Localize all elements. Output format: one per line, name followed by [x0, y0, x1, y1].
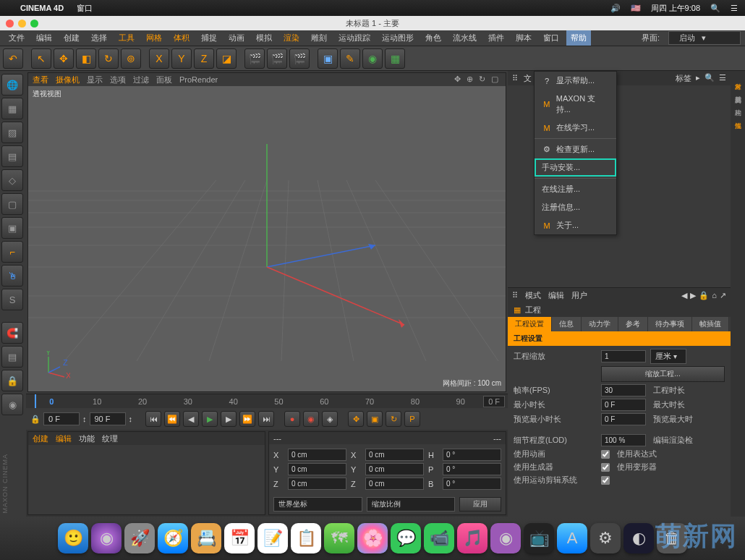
menu-render[interactable]: 渲染 — [279, 30, 304, 46]
menu-mesh[interactable]: 网格 — [142, 30, 166, 46]
render-settings-icon[interactable]: 🎬 — [289, 48, 310, 69]
dock-messages-icon[interactable]: 💬 — [391, 523, 421, 553]
texture-mode-icon[interactable]: ▨ — [1, 122, 23, 143]
dock-facetime-icon[interactable]: 📹 — [424, 523, 454, 553]
pos-x-field[interactable] — [288, 449, 346, 461]
dock-podcasts-icon[interactable]: ◉ — [490, 523, 521, 553]
pos-z-field[interactable] — [288, 478, 346, 490]
coord-system-icon[interactable]: ◪ — [216, 48, 237, 69]
attr-back-icon[interactable]: ◀ — [681, 291, 687, 300]
vp-nav-icon[interactable]: ✥ — [454, 75, 464, 85]
vtab-scene[interactable]: 构建 — [732, 100, 744, 109]
menu-motiontrack[interactable]: 运动跟踪 — [334, 30, 375, 46]
dock-finder-icon[interactable]: 🙂 — [58, 523, 88, 553]
key-pos-icon[interactable]: ✥ — [348, 411, 364, 427]
play-icon[interactable]: ▶ — [202, 411, 218, 427]
obj-menu-file[interactable]: 文 — [524, 73, 532, 84]
mat-menu-function[interactable]: 功能 — [79, 433, 95, 444]
edge-mode-icon[interactable]: ▢ — [1, 193, 23, 215]
key-rot-icon[interactable]: ↻ — [386, 411, 401, 427]
lock-start-icon[interactable]: 🔒 — [30, 415, 41, 424]
vp-menu-prorender[interactable]: ProRender — [179, 75, 218, 84]
end-frame-field[interactable]: 90 F — [90, 412, 126, 425]
attr-fwd-icon[interactable]: ▶ — [690, 291, 696, 300]
menu-mograph[interactable]: 运动图形 — [378, 30, 418, 46]
vp-menu-view[interactable]: 查看 — [33, 75, 48, 85]
help-online-learning[interactable]: M在线学习... — [535, 119, 616, 137]
dock-contacts-icon[interactable]: 📇 — [191, 523, 221, 553]
dock-calendar-icon[interactable]: 📅 — [224, 523, 255, 553]
menu-list-icon[interactable]: ☰ — [731, 4, 738, 13]
interface-dropdown[interactable]: 启动 ▾ — [668, 31, 741, 45]
coord-space-dropdown[interactable]: 世界坐标 — [273, 497, 362, 512]
workplane-icon[interactable]: ▤ — [1, 145, 23, 167]
attr-home-icon[interactable]: ⌂ — [712, 291, 717, 300]
tab-interp[interactable]: 帧插值 — [692, 317, 729, 331]
use-motion-checkbox[interactable] — [601, 476, 610, 485]
autokey-icon[interactable]: ◉ — [303, 411, 319, 427]
primitive-cube-icon[interactable]: ▣ — [318, 48, 338, 69]
key-param-icon[interactable]: P — [404, 411, 420, 427]
rot-p-field[interactable] — [443, 463, 501, 475]
next-key-icon[interactable]: ⏩ — [239, 411, 255, 427]
zoom-window-button[interactable] — [30, 20, 38, 27]
rot-h-field[interactable] — [443, 449, 501, 461]
menu-help[interactable]: 帮助 — [566, 30, 591, 46]
start-frame-field[interactable]: 0 F — [43, 412, 80, 425]
menu-window[interactable]: 窗口 — [539, 30, 563, 46]
scale-tool-icon[interactable]: ◧ — [76, 48, 96, 69]
lock-icon[interactable]: 🔒 — [1, 370, 23, 391]
dock-tv-icon[interactable]: 📺 — [524, 523, 554, 553]
project-scale-unit-dropdown[interactable]: 厘米 ▾ — [650, 349, 686, 364]
attr-grip-icon[interactable]: ⠿ — [512, 291, 518, 300]
use-animation-checkbox[interactable] — [601, 450, 610, 459]
dock-reminders-icon[interactable]: 📋 — [291, 523, 321, 553]
prev-key-icon[interactable]: ⏪ — [164, 411, 180, 427]
obj-arrow-icon[interactable]: ▸ — [696, 73, 700, 84]
coord-menu[interactable]: --- — [273, 434, 281, 443]
attr-menu-user[interactable]: 用户 — [571, 290, 587, 301]
project-scale-field[interactable] — [601, 350, 646, 362]
macos-app-name[interactable]: CINEMA 4D — [20, 4, 64, 12]
menu-script[interactable]: 脚本 — [511, 30, 536, 46]
tab-dynamics[interactable]: 动力学 — [582, 317, 618, 331]
model-mode-icon[interactable]: 🌐 — [1, 74, 23, 96]
size-y-field[interactable] — [365, 463, 424, 475]
select-tool-icon[interactable]: ↖ — [31, 48, 51, 69]
spinner-icon[interactable]: ↕ — [82, 415, 87, 423]
lod-field[interactable] — [601, 434, 646, 446]
rot-b-field[interactable] — [443, 478, 501, 490]
vp-max-icon[interactable]: ▢ — [491, 75, 501, 85]
point-mode-icon[interactable]: ◇ — [1, 169, 23, 191]
menu-character[interactable]: 角色 — [421, 30, 446, 46]
axis-x-icon[interactable]: X — [149, 48, 169, 69]
record-icon[interactable]: ● — [284, 411, 300, 427]
vp-rotate-icon[interactable]: ↻ — [479, 75, 489, 85]
obj-grip-icon[interactable]: ⠿ — [512, 74, 518, 83]
axis-z-icon[interactable]: Z — [194, 48, 214, 69]
move-tool-icon[interactable]: ✥ — [54, 48, 74, 69]
minimize-window-button[interactable] — [18, 20, 26, 27]
goto-start-icon[interactable]: ⏮ — [145, 411, 161, 427]
help-register-online[interactable]: 在线注册... — [535, 180, 616, 198]
perspective-viewport[interactable]: 透视视图 网格间距 : 100 cm — [28, 86, 506, 391]
vp-menu-options[interactable]: 选项 — [110, 75, 126, 85]
input-flag-icon[interactable]: 🇺🇸 — [631, 4, 641, 13]
vtab-attributes[interactable]: 属性 — [732, 113, 744, 122]
mat-menu-texture[interactable]: 纹理 — [102, 433, 118, 444]
tab-project-settings[interactable]: 工程设置 — [508, 317, 552, 331]
menu-simulate[interactable]: 模拟 — [252, 30, 276, 46]
mat-menu-create[interactable]: 创建 — [33, 433, 48, 444]
misc-tool-icon[interactable]: ◉ — [1, 394, 23, 415]
macos-menu-window[interactable]: 窗口 — [77, 3, 93, 14]
tab-info[interactable]: 信息 — [552, 317, 582, 331]
volume-icon[interactable]: 🔊 — [610, 4, 621, 13]
help-check-update[interactable]: ⚙检查更新... — [535, 140, 616, 158]
keyframe-sel-icon[interactable]: ◈ — [322, 411, 338, 427]
spotlight-icon[interactable]: 🔍 — [710, 4, 720, 13]
dock-maps-icon[interactable]: 🗺 — [324, 523, 354, 553]
menu-pipeline[interactable]: 流水线 — [448, 30, 481, 46]
obj-tags-label[interactable]: 标签 — [676, 73, 691, 84]
vp-zoom-icon[interactable]: ⊕ — [467, 75, 477, 85]
scale-project-button[interactable]: 缩放工程... — [601, 366, 725, 382]
